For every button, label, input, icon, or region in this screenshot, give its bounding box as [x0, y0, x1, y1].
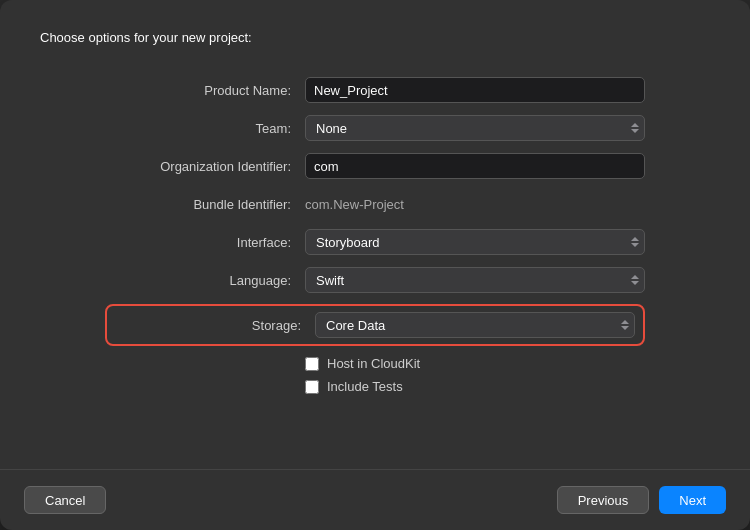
- org-identifier-input[interactable]: [305, 153, 645, 179]
- bundle-identifier-label: Bundle Identifier:: [105, 197, 305, 212]
- org-identifier-label: Organization Identifier:: [105, 159, 305, 174]
- interface-label: Interface:: [105, 235, 305, 250]
- team-label: Team:: [105, 121, 305, 136]
- storage-label: Storage:: [115, 318, 315, 333]
- team-row: Team: None: [105, 114, 645, 142]
- storage-select[interactable]: None Core Data SwiftData: [315, 312, 635, 338]
- product-name-row: Product Name:: [105, 76, 645, 104]
- interface-row: Interface: Storyboard SwiftUI: [105, 228, 645, 256]
- form-area: Product Name: Team: None: [105, 76, 645, 402]
- interface-select[interactable]: Storyboard SwiftUI: [305, 229, 645, 255]
- org-identifier-row: Organization Identifier:: [105, 152, 645, 180]
- include-tests-label: Include Tests: [327, 379, 403, 394]
- footer-right: Previous Next: [557, 486, 726, 514]
- dialog-title: Choose options for your new project:: [40, 30, 252, 45]
- include-tests-row: Include Tests: [105, 379, 645, 394]
- language-control: Swift Objective-C: [305, 267, 645, 293]
- host-in-cloudkit-row: Host in CloudKit: [105, 356, 645, 371]
- storage-row-highlighted: Storage: None Core Data SwiftData: [105, 304, 645, 346]
- org-identifier-control: [305, 153, 645, 179]
- interface-control: Storyboard SwiftUI: [305, 229, 645, 255]
- bundle-identifier-control: com.New-Project: [305, 195, 645, 213]
- bundle-identifier-row: Bundle Identifier: com.New-Project: [105, 190, 645, 218]
- language-label: Language:: [105, 273, 305, 288]
- cancel-button[interactable]: Cancel: [24, 486, 106, 514]
- dialog-content: Product Name: Team: None: [0, 56, 750, 469]
- storage-control: None Core Data SwiftData: [315, 312, 635, 338]
- host-in-cloudkit-label: Host in CloudKit: [327, 356, 420, 371]
- language-select[interactable]: Swift Objective-C: [305, 267, 645, 293]
- team-select[interactable]: None: [305, 115, 645, 141]
- product-name-input[interactable]: [305, 77, 645, 103]
- host-in-cloudkit-checkbox[interactable]: [305, 357, 319, 371]
- dialog-footer: Cancel Previous Next: [0, 469, 750, 530]
- product-name-label: Product Name:: [105, 83, 305, 98]
- dialog-header: Choose options for your new project:: [0, 0, 750, 56]
- next-button[interactable]: Next: [659, 486, 726, 514]
- product-name-control: [305, 77, 645, 103]
- language-row: Language: Swift Objective-C: [105, 266, 645, 294]
- footer-left: Cancel: [24, 486, 106, 514]
- new-project-dialog: Choose options for your new project: Pro…: [0, 0, 750, 530]
- include-tests-checkbox[interactable]: [305, 380, 319, 394]
- previous-button[interactable]: Previous: [557, 486, 650, 514]
- bundle-identifier-value: com.New-Project: [305, 193, 404, 216]
- team-control: None: [305, 115, 645, 141]
